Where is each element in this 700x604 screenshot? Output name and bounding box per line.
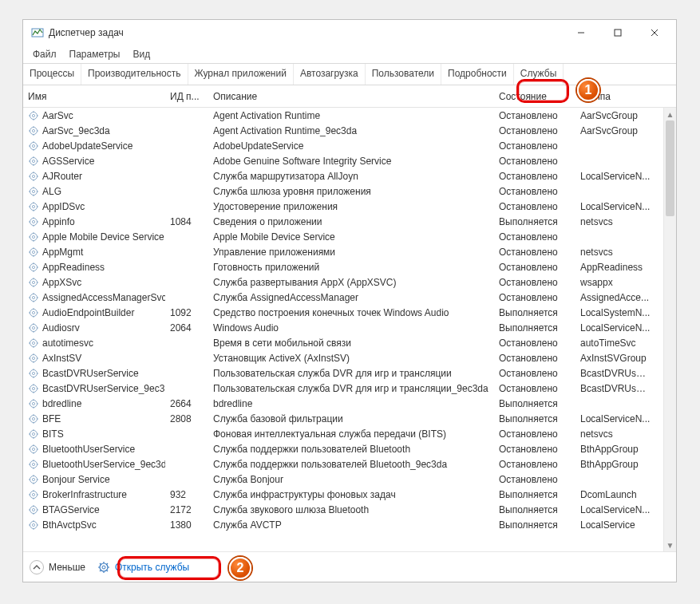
vertical-scrollbar[interactable]: ▲ ▼: [663, 108, 676, 551]
table-row[interactable]: AxInstSVУстановщик ActiveX (AxInstSV)Ост…: [23, 350, 676, 365]
service-name-cell: BTAGService: [23, 504, 165, 515]
tab-bar: Процессы Производительность Журнал прило…: [23, 63, 676, 85]
column-pid-header[interactable]: ИД п...: [165, 88, 208, 105]
service-gear-icon: [28, 353, 39, 364]
table-row[interactable]: autotimesvcВремя в сети мобильной связиО…: [23, 335, 676, 350]
service-desc-cell: Пользовательская служба DVR для игр и тр…: [208, 368, 494, 379]
service-desc-cell: Служба развертывания AppX (AppXSVC): [208, 277, 494, 288]
tab-details[interactable]: Подробности: [441, 64, 514, 85]
table-row[interactable]: BthAvctpSvc1380Служба AVCTPВыполняетсяLo…: [23, 517, 676, 532]
service-name-text: BluetoothUserService: [42, 444, 135, 455]
service-desc-cell: Apple Mobile Device Service: [208, 231, 494, 243]
svg-point-24: [32, 160, 34, 162]
svg-point-12: [32, 129, 34, 132]
service-name-cell: Apple Mobile Device Service: [23, 231, 165, 243]
maximize-button[interactable]: [599, 22, 636, 44]
service-desc-cell: Служба Bonjour: [208, 474, 494, 485]
service-state-cell: Остановлено: [494, 110, 575, 121]
table-row[interactable]: AppMgmtУправление приложениямиОстановлен…: [23, 244, 676, 259]
table-row[interactable]: AarSvc_9ec3daAgent Activation Runtime_9e…: [23, 123, 676, 138]
service-state-cell: Выполняется: [494, 216, 575, 227]
column-state-header[interactable]: Состояние: [494, 88, 575, 105]
table-row[interactable]: Audiosrv2064Windows AudioВыполняетсяLoca…: [23, 320, 676, 335]
service-state-cell: Выполняется: [494, 504, 575, 515]
table-row[interactable]: BcastDVRUserServiceПользовательская служ…: [23, 365, 676, 381]
service-group-cell: AppReadiness: [575, 262, 655, 273]
service-name-text: BluetoothUserService_9ec3da: [42, 459, 165, 470]
table-row[interactable]: AssignedAccessManagerSvcСлужба AssignedA…: [23, 290, 676, 305]
tab-users[interactable]: Пользователи: [366, 64, 441, 85]
tab-processes[interactable]: Процессы: [23, 64, 81, 85]
close-button[interactable]: [636, 22, 673, 44]
open-services-link[interactable]: Открыть службы: [92, 559, 195, 576]
table-row[interactable]: ALGСлужба шлюза уровня приложенияОстанов…: [23, 184, 676, 199]
table-row[interactable]: AdobeUpdateServiceAdobeUpdateServiceОста…: [23, 138, 676, 153]
table-row[interactable]: BTAGService2172Служба звукового шлюза Bl…: [23, 502, 676, 517]
table-row[interactable]: Bonjour ServiceСлужба BonjourОстановлено: [23, 472, 676, 487]
service-state-cell: Выполняется: [494, 307, 575, 318]
service-gear-icon: [28, 156, 39, 167]
svg-point-90: [32, 326, 34, 329]
table-row[interactable]: bdredline2664bdredlineВыполняется: [23, 396, 676, 411]
column-name-header[interactable]: Имя: [23, 88, 165, 105]
svg-line-182: [107, 563, 108, 564]
service-gear-icon: [28, 231, 39, 243]
service-name-cell: Audiosrv: [23, 322, 165, 334]
table-row[interactable]: AppXSvcСлужба развертывания AppX (AppXSV…: [23, 274, 676, 290]
table-row[interactable]: BcastDVRUserService_9ec3daПользовательск…: [23, 381, 676, 396]
service-name-text: bdredline: [42, 398, 81, 409]
svg-point-143: [30, 460, 38, 468]
svg-point-72: [32, 281, 34, 283]
service-name-cell: BthAvctpSvc: [23, 519, 165, 531]
table-row[interactable]: Appinfo1084Сведения о приложенииВыполняе…: [23, 214, 676, 229]
minimize-button[interactable]: [563, 22, 599, 44]
service-gear-icon: [28, 413, 39, 424]
service-state-cell: Остановлено: [494, 140, 575, 152]
menu-options[interactable]: Параметры: [63, 47, 127, 61]
tab-services[interactable]: Службы: [514, 64, 564, 85]
svg-point-96: [32, 341, 34, 344]
table-row[interactable]: Apple Mobile Device ServiceApple Mobile …: [23, 229, 676, 244]
scroll-down-arrow[interactable]: ▼: [664, 539, 676, 551]
svg-point-168: [32, 523, 34, 526]
table-row[interactable]: AppReadinessГотовность приложенийОстанов…: [23, 259, 676, 274]
table-row[interactable]: BFE2808Служба базовой фильтрацииВыполняе…: [23, 411, 676, 426]
svg-point-66: [32, 266, 34, 268]
table-row[interactable]: AJRouterСлужба маршрутизатора AllJoynОст…: [23, 168, 676, 184]
service-name-text: AudioEndpointBuilder: [42, 307, 134, 318]
column-group-header[interactable]: Группа: [575, 88, 655, 105]
tab-performance[interactable]: Производительность: [81, 64, 188, 85]
service-desc-cell: Agent Activation Runtime: [208, 110, 494, 121]
tab-startup[interactable]: Автозагрузка: [294, 64, 366, 85]
table-row[interactable]: BrokerInfrastructure932Служба инфраструк…: [23, 487, 676, 502]
svg-point-108: [32, 372, 34, 374]
scroll-thumb[interactable]: [666, 120, 674, 216]
table-row[interactable]: AarSvcAgent Activation RuntimeОстановлен…: [23, 108, 676, 123]
service-desc-cell: AdobeUpdateService: [208, 140, 494, 152]
table-row[interactable]: AppIDSvcУдостоверение приложенияОстановл…: [23, 199, 676, 214]
service-state-cell: Остановлено: [494, 444, 575, 455]
service-state-cell: Остановлено: [494, 247, 575, 258]
svg-point-84: [32, 311, 34, 314]
service-name-text: ALG: [42, 186, 61, 197]
table-header: Имя ИД п... Описание Состояние Группа: [23, 85, 676, 108]
fewer-details-button[interactable]: Меньше: [30, 560, 85, 574]
services-list[interactable]: AarSvcAgent Activation RuntimeОстановлен…: [23, 108, 676, 551]
menu-file[interactable]: Файл: [26, 47, 63, 61]
service-name-cell: Appinfo: [23, 216, 165, 227]
table-row[interactable]: AGSServiceAdobe Genuine Software Integri…: [23, 153, 676, 168]
service-name-cell: BcastDVRUserService_9ec3da: [23, 383, 165, 394]
scroll-up-arrow[interactable]: ▲: [664, 108, 676, 120]
table-row[interactable]: AudioEndpointBuilder1092Средство построе…: [23, 305, 676, 320]
service-name-cell: AarSvc_9ec3da: [23, 125, 165, 136]
table-row[interactable]: BluetoothUserService_9ec3daСлужба поддер…: [23, 456, 676, 472]
column-desc-header[interactable]: Описание: [208, 88, 494, 105]
service-desc-cell: Время в сети мобильной связи: [208, 338, 494, 349]
service-group-cell: LocalServiceN...: [575, 504, 655, 515]
tab-app-history[interactable]: Журнал приложений: [188, 64, 294, 85]
menu-view[interactable]: Вид: [126, 47, 156, 61]
table-row[interactable]: BluetoothUserServiceСлужба поддержки пол…: [23, 441, 676, 456]
table-row[interactable]: BITSФоновая интеллектуальная служба пере…: [23, 426, 676, 441]
service-name-cell: bdredline: [23, 398, 165, 409]
service-desc-cell: Служба AVCTP: [208, 519, 494, 531]
